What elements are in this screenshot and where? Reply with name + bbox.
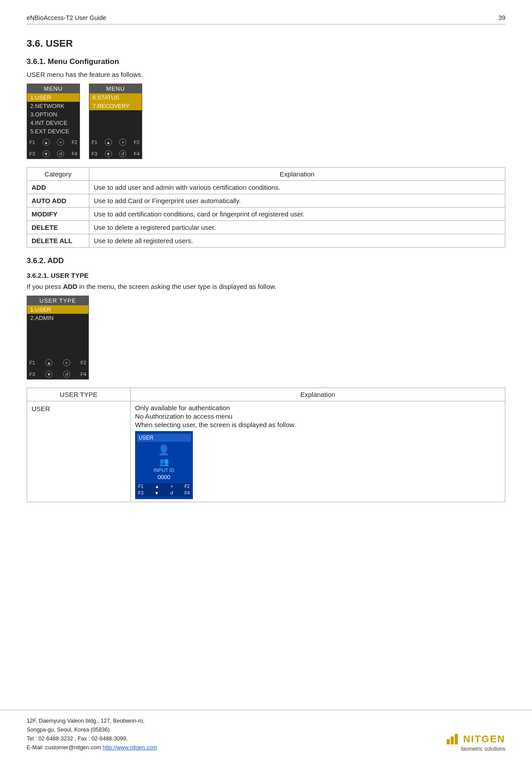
ut-exp-line3: When selecting user, the screen is displ… [135,421,500,428]
footer-logo: NITGEN biometric solutions [447,733,505,752]
menu-left-buttons: F1 ▲ + F2 [27,137,80,147]
explanation-header: Explanation [89,168,505,181]
menu-panel-left: MENU 1.USER 2.NETWORK 3.OPTION 4.INT DEV… [27,84,80,159]
addr-email-label: E-Mail :customer@nitgen.com [27,744,103,751]
btn-f3-r: F3 [92,151,97,156]
ut-header-exp: Explanation [130,388,505,401]
exp-modify: Use to add certification conditions, car… [89,208,505,221]
cat-delete: DELETE [27,221,89,234]
btn-f3-1: F3 [29,151,35,156]
btn-up-r: ▲ [105,139,112,146]
cat-modify: MODIFY [27,208,89,221]
scr-f4: F4 [184,491,190,496]
logo-biometric: biometric solutions [461,746,505,752]
table-row: MODIFY Use to add certification conditio… [27,208,505,221]
ut-f4: F4 [80,372,86,377]
logo-bar-2 [451,736,454,744]
user-type-buttons-2: F3 ▼ ↺ F4 [27,369,88,379]
addr-line2: Songpa-gu, Seoul, Korea (05836) [27,725,157,734]
user-type-panel-title: USER TYPE [27,296,88,305]
scr-ok: + [171,484,173,489]
user-type-spacer-2 [27,331,88,339]
section-36-title: 3.6. USER [27,38,505,49]
btn-f2-r: F2 [134,140,140,145]
group-icon: 👥 [137,457,191,467]
menu-right-item-1: 6.STATUS [89,93,142,102]
table-row: DELETE Use to delete a registered partic… [27,221,505,234]
user-type-item-1: 1.USER [27,305,88,314]
menu-right-item-2: 7.RECOVERY [89,102,142,110]
user-icon: 👤 [137,444,191,456]
btn-f1: F1 [29,140,35,145]
menu-panel-right: MENU 6.STATUS 7.RECOVERY F1 ▲ + F2 F3 ▼ … [89,84,142,159]
btn-ok-1: + [57,139,64,146]
menu-left-title: MENU [27,84,80,93]
section-3621-title: 3.6.2.1. USER TYPE [27,272,505,279]
section-361-intro: USER menu has the feature as follows. [27,71,505,78]
logo-brand: NITGEN [463,733,505,745]
btn-f2-1: F2 [72,140,77,145]
user-type-item-2: 2.ADMIN [27,314,88,322]
page-number: 39 [498,14,505,21]
addr-line4: E-Mail :customer@nitgen.com http://www.n… [27,743,157,752]
menu-left-item-4: 4.INT DEVICE [27,119,80,127]
menu-left-item-3: 3.OPTION [27,110,80,119]
menu-left-item-1: 1.USER [27,93,80,102]
exp-autoadd: Use to add Card or Fingerprint user auto… [89,194,505,208]
addr-line3: Tel : 02-6488-3232 , Fax : 02-6488-3099, [27,734,157,743]
add-intro-after: in the menu, the screen asking the user … [77,283,276,290]
add-intro-before: If you press [27,283,63,290]
table-row: USER Only available for authentication N… [27,401,505,502]
scr-down: ▼ [154,491,159,496]
exp-delete: Use to delete a registered particular us… [89,221,505,234]
menu-left-buttons-2: F3 ▼ ↺ F4 [27,149,80,159]
user-type-panel: USER TYPE 1.USER 2.ADMIN F1 ▲ + F2 F3 ▼ … [27,296,89,380]
btn-down-1: ▼ [43,150,50,157]
footer-address: 12F, Daemyung Valeon bldg., 127, Beobwon… [27,716,157,752]
menu-left-item-5: 5.EXT DEVICE [27,127,80,136]
ut-type-user: USER [27,401,131,502]
menu-right-buttons-2: F3 ▼ ↺ F4 [89,149,142,159]
btn-ok-r: + [119,139,126,146]
scr-f2: F2 [184,484,190,489]
ut-f1: F1 [29,360,35,365]
exp-deleteall: Use to delete all registered users. [89,234,505,248]
add-intro: If you press ADD in the menu, the screen… [27,283,505,290]
doc-title: eNBioAccess-T2 User Guide [27,14,106,21]
exp-add: Use to add user and admin with various c… [89,181,505,194]
ut-up: ▲ [45,359,52,366]
table-row: AUTO ADD Use to add Card or Fingerprint … [27,194,505,208]
btn-f1-r: F1 [92,140,97,145]
menu-right-buttons: F1 ▲ + F2 [89,137,142,147]
scr-f1: F1 [138,484,144,489]
page-header: eNBioAccess-T2 User Guide 39 [27,14,505,24]
user-screen-mock: USER 👤 👥 INPUT ID 0000 F1 ▲ + F2 F3 [135,431,193,499]
screen-title: USER [137,434,191,442]
scr-back: ↺ [170,491,173,496]
table-row: ADD Use to add user and admin with vario… [27,181,505,194]
add-intro-bold: ADD [63,283,78,290]
ut-ok: + [63,359,70,366]
ut-exp-user: Only available for authentication No Aut… [130,401,505,502]
menu-right-title: MENU [89,84,142,93]
cat-autoadd: AUTO ADD [27,194,89,208]
addr-website[interactable]: http://www.nitgen.com [103,744,157,751]
cat-add: ADD [27,181,89,194]
section-361-title: 3.6.1. Menu Configuration [27,57,505,66]
ut-down: ▼ [45,371,52,378]
page-footer: 12F, Daemyung Valeon bldg., 127, Beobwon… [0,710,532,760]
screen-buttons-2: F3 ▼ ↺ F4 [137,490,191,496]
btn-f4-r: F4 [134,151,140,156]
user-type-spacer-3 [27,339,88,348]
btn-back-r: ↺ [119,150,126,157]
table-row: DELETE ALL Use to delete all registered … [27,234,505,248]
user-type-spacer-4 [27,348,88,356]
logo-row: NITGEN [447,733,505,745]
ut-header-type: USER TYPE [27,388,131,401]
input-label: INPUT ID [137,468,191,473]
menu-panels: MENU 1.USER 2.NETWORK 3.OPTION 4.INT DEV… [27,84,505,159]
user-type-spacer-1 [27,322,88,331]
logo-bar-1 [447,739,450,744]
menu-right-spacer-3 [89,127,142,136]
cat-header: Category [27,168,89,181]
